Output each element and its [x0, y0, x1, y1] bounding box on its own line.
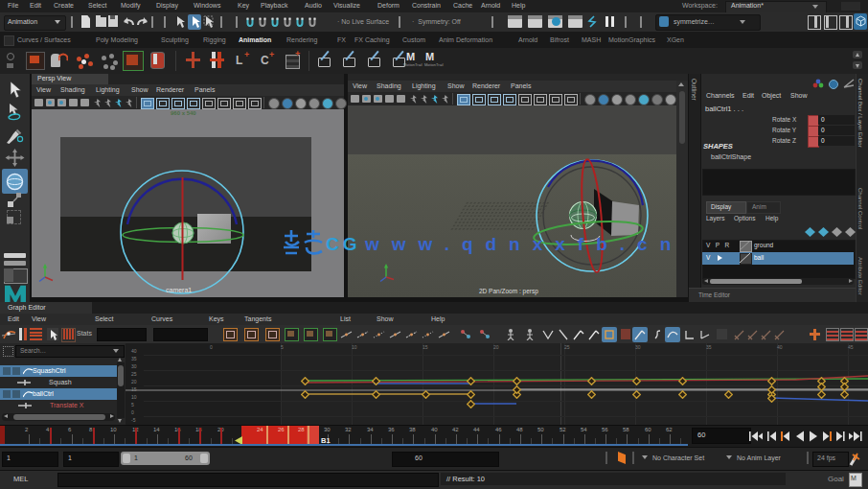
svg-text:CG: CG	[326, 234, 361, 254]
svg-text:www.qdnxxfb.cn: www.qdnxxfb.cn	[364, 234, 683, 254]
